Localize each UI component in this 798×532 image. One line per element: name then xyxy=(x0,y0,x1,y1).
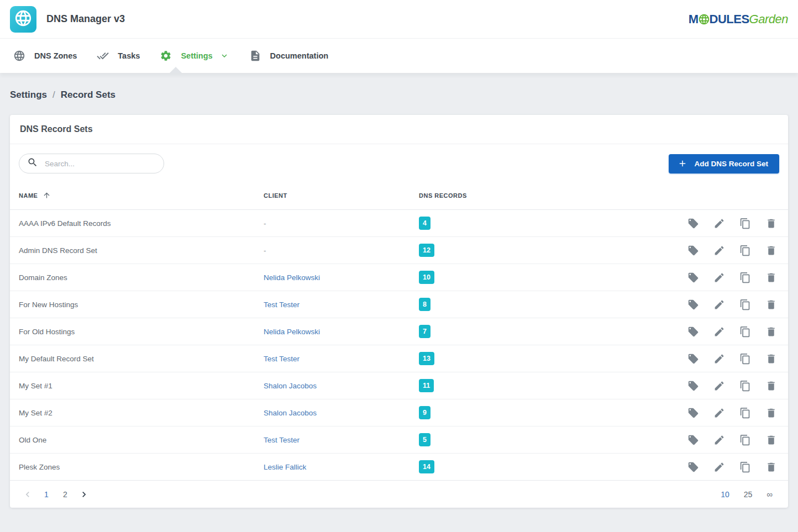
record-set-name: Plesk Zones xyxy=(19,463,264,471)
delete-icon[interactable] xyxy=(765,325,777,338)
edit-icon[interactable] xyxy=(713,380,725,392)
dns-records-count-badge: 14 xyxy=(419,460,434,473)
dns-records-cell: 9 xyxy=(419,406,673,419)
delete-icon[interactable] xyxy=(765,244,777,256)
tag-icon[interactable] xyxy=(687,217,699,229)
tag-icon[interactable] xyxy=(687,325,699,338)
nav-label: DNS Zones xyxy=(34,51,77,60)
edit-icon[interactable] xyxy=(713,461,725,473)
dns-records-count-badge: 12 xyxy=(419,244,434,257)
page-size-25[interactable]: 25 xyxy=(744,490,753,499)
table-header-row: NAME CLIENT DNS RECORDS xyxy=(10,181,788,210)
active-tab-caret xyxy=(170,67,182,73)
copy-icon[interactable] xyxy=(739,352,751,365)
delete-icon[interactable] xyxy=(765,461,777,473)
delete-icon[interactable] xyxy=(765,298,777,310)
tag-icon[interactable] xyxy=(687,352,699,365)
dns-records-cell: 7 xyxy=(419,325,673,338)
row-actions xyxy=(673,434,779,446)
nav-item-dns-zones[interactable]: DNS Zones xyxy=(3,39,87,73)
record-set-client: Test Tester xyxy=(264,436,419,444)
page-size-all[interactable]: ∞ xyxy=(767,489,773,499)
copy-icon[interactable] xyxy=(739,434,751,446)
delete-icon[interactable] xyxy=(765,271,777,283)
add-dns-record-set-button[interactable]: Add DNS Record Set xyxy=(669,154,779,173)
edit-icon[interactable] xyxy=(713,325,725,338)
delete-icon[interactable] xyxy=(765,434,777,446)
tag-icon[interactable] xyxy=(687,271,699,283)
edit-icon[interactable] xyxy=(713,271,725,283)
dns-records-cell: 4 xyxy=(419,217,673,230)
delete-icon[interactable] xyxy=(765,217,777,229)
tag-icon[interactable] xyxy=(687,434,699,446)
edit-icon[interactable] xyxy=(713,217,725,229)
search-box[interactable] xyxy=(19,154,164,173)
dns-records-count-badge: 9 xyxy=(419,406,431,419)
copy-icon[interactable] xyxy=(739,325,751,338)
copy-icon[interactable] xyxy=(739,461,751,473)
tag-icon[interactable] xyxy=(687,407,699,419)
copy-icon[interactable] xyxy=(739,380,751,392)
table-row: For Old Hostings Nelida Pelkowski 7 xyxy=(10,318,788,345)
table-row: Domain Zones Nelida Pelkowski 10 xyxy=(10,264,788,291)
record-set-name: My Set #1 xyxy=(19,382,264,390)
previous-page-icon[interactable] xyxy=(22,486,33,503)
row-actions xyxy=(673,380,779,392)
row-actions xyxy=(673,407,779,419)
nav-item-documentation[interactable]: Documentation xyxy=(239,39,339,73)
tag-icon[interactable] xyxy=(687,380,699,392)
globe-icon xyxy=(14,9,33,30)
breadcrumb-section[interactable]: Settings xyxy=(10,89,47,101)
edit-icon[interactable] xyxy=(713,434,725,446)
tag-icon[interactable] xyxy=(687,461,699,473)
copy-icon[interactable] xyxy=(739,244,751,256)
dns-records-cell: 8 xyxy=(419,298,673,311)
done-all-icon xyxy=(97,50,109,62)
record-set-client: - xyxy=(264,246,419,255)
page-size-10[interactable]: 10 xyxy=(721,490,729,499)
column-header-client[interactable]: CLIENT xyxy=(264,192,419,199)
search-icon xyxy=(27,157,38,170)
page-number-2[interactable]: 2 xyxy=(60,486,71,503)
column-header-name[interactable]: NAME xyxy=(19,191,264,199)
dns-records-count-badge: 10 xyxy=(419,271,434,284)
breadcrumb-page: Record Sets xyxy=(61,89,116,101)
globe-icon xyxy=(13,50,25,62)
record-set-name: My Default Record Set xyxy=(19,355,264,363)
delete-icon[interactable] xyxy=(765,352,777,365)
nav-item-tasks[interactable]: Tasks xyxy=(87,39,150,73)
edit-icon[interactable] xyxy=(713,407,725,419)
copy-icon[interactable] xyxy=(739,298,751,310)
edit-icon[interactable] xyxy=(713,352,725,365)
column-header-dns-records[interactable]: DNS RECORDS xyxy=(419,192,673,199)
nav-item-settings[interactable]: Settings xyxy=(150,39,239,73)
edit-icon[interactable] xyxy=(713,298,725,310)
table-row: Plesk Zones Leslie Fallick 14 xyxy=(10,454,788,481)
copy-icon[interactable] xyxy=(739,217,751,229)
page-size-selector: 10 25 ∞ xyxy=(721,489,773,499)
page-number-1[interactable]: 1 xyxy=(41,486,52,503)
modulesgarden-logo[interactable]: M DULES Garden xyxy=(689,13,788,25)
tag-icon[interactable] xyxy=(687,244,699,256)
delete-icon[interactable] xyxy=(765,407,777,419)
record-set-name: Domain Zones xyxy=(19,273,264,282)
brand-globe-icon xyxy=(698,13,710,25)
next-page-icon[interactable] xyxy=(78,486,90,503)
tag-icon[interactable] xyxy=(687,298,699,310)
record-set-client: Nelida Pelkowski xyxy=(264,273,419,282)
nav-label: Settings xyxy=(181,51,212,60)
edit-icon[interactable] xyxy=(713,244,725,256)
delete-icon[interactable] xyxy=(765,380,777,392)
record-set-client: - xyxy=(264,219,419,228)
dns-records-count-badge: 11 xyxy=(419,379,434,392)
record-set-name: AAAA IPv6 Default Records xyxy=(19,219,264,228)
content: Settings / Record Sets DNS Record Sets A… xyxy=(0,73,798,520)
toolbar: Add DNS Record Set xyxy=(10,144,788,181)
nav-label: Tasks xyxy=(118,51,140,60)
nav-label: Documentation xyxy=(270,51,329,60)
search-input[interactable] xyxy=(45,160,157,168)
copy-icon[interactable] xyxy=(739,407,751,419)
copy-icon[interactable] xyxy=(739,271,751,283)
add-button-label: Add DNS Record Set xyxy=(694,160,768,168)
record-set-name: For New Hostings xyxy=(19,301,264,309)
